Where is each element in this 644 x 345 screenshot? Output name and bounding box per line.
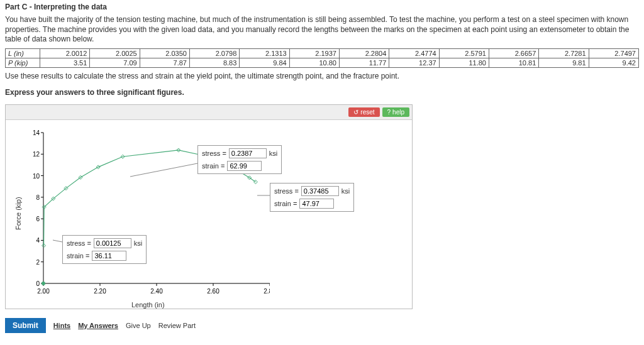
table-row: P (kip) 3.517.09 7.878.83 9.8410.80 11.7… — [6, 58, 639, 67]
fracture-strain-input[interactable] — [299, 199, 334, 209]
svg-text:2.80: 2.80 — [264, 288, 270, 295]
help-icon: ? — [387, 109, 391, 116]
svg-text:2.40: 2.40 — [150, 288, 163, 295]
part-description: You have built the majority of the tensi… — [0, 14, 644, 48]
data-table: L (in) 2.00122.0025 2.03502.0798 2.13132… — [5, 48, 639, 68]
hints-link[interactable]: Hints — [53, 322, 71, 329]
svg-text:2.00: 2.00 — [37, 288, 50, 295]
ultimate-strain-input[interactable] — [227, 161, 262, 171]
button-row: Submit Hints My Answers Give Up Review P… — [0, 313, 644, 338]
reset-icon: ↺ — [353, 109, 358, 116]
svg-point-28 — [42, 282, 45, 285]
submit-button[interactable]: Submit — [5, 318, 46, 333]
svg-text:2.20: 2.20 — [94, 288, 106, 295]
svg-text:6: 6 — [36, 216, 40, 222]
row-label: P (kip) — [6, 58, 40, 67]
part-title: Part C - Interpreting the data — [0, 0, 644, 14]
fracture-stress-input[interactable] — [301, 186, 339, 196]
yield-stress-input[interactable] — [94, 238, 131, 248]
ultimate-stress-input[interactable] — [229, 148, 267, 158]
table-row: L (in) 2.00122.0025 2.03502.0798 2.13132… — [6, 48, 639, 58]
row-label: L (in) — [6, 48, 40, 58]
svg-text:2.60: 2.60 — [207, 288, 219, 295]
instruction-2: Express your answers to three significan… — [0, 84, 644, 101]
toolbar: ↺ reset ? help — [6, 105, 412, 120]
svg-text:14: 14 — [33, 129, 40, 136]
reset-button[interactable]: ↺ reset — [348, 107, 379, 117]
answer-area: ↺ reset ? help Force (kip) Length (in) 0… — [5, 104, 413, 309]
yield-strain-input[interactable] — [92, 251, 126, 261]
callout-fracture: stress = ksi strain = — [270, 183, 354, 212]
giveup-link[interactable]: Give Up — [126, 322, 151, 329]
help-button[interactable]: ? help — [382, 107, 409, 117]
svg-text:0: 0 — [36, 280, 40, 287]
svg-text:4: 4 — [36, 237, 40, 244]
myanswers-link[interactable]: My Answers — [78, 322, 118, 329]
instruction-1: Use these results to calculate the stres… — [0, 68, 644, 84]
svg-text:12: 12 — [33, 151, 40, 158]
callout-yield: stress = ksi strain = — [62, 235, 147, 264]
callout-ultimate: stress = ksi strain = — [197, 145, 282, 174]
svg-text:2: 2 — [36, 258, 40, 265]
svg-text:10: 10 — [33, 172, 40, 179]
plot-area: Force (kip) Length (in) 024681012142.002… — [6, 120, 412, 309]
svg-text:8: 8 — [36, 194, 40, 201]
review-link[interactable]: Review Part — [158, 322, 196, 329]
